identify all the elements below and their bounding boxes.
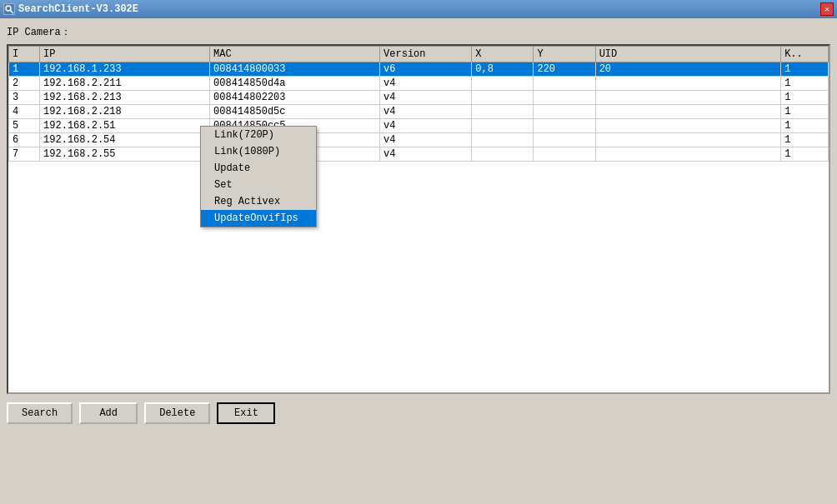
cell-ip: 192.168.2.54 <box>40 133 210 147</box>
cell-mac: 008414800033 <box>210 62 380 77</box>
context-menu-item[interactable]: Link(720P) <box>201 127 316 143</box>
cell-ip: 192.168.2.211 <box>40 77 210 91</box>
col-header-uid: UID <box>595 47 781 62</box>
cell-version: v4 <box>380 91 472 105</box>
camera-table: I IP MAC Version X Y UID K.. 1192.168.1.… <box>8 46 829 162</box>
cell-ip: 192.168.2.213 <box>40 91 210 105</box>
cell-uid <box>595 133 781 147</box>
context-menu-item[interactable]: Set <box>201 177 316 193</box>
cell-uid <box>595 77 781 91</box>
cell-k: 1 <box>781 105 829 119</box>
table-row[interactable]: 3192.168.2.213008414802203v41 <box>9 91 829 105</box>
cell-y <box>534 91 595 105</box>
camera-table-container: I IP MAC Version X Y UID K.. 1192.168.1.… <box>7 44 830 394</box>
exit-button[interactable]: Exit <box>217 402 275 424</box>
cell-x <box>472 133 534 147</box>
ip-camera-label: IP Camera： <box>7 25 830 39</box>
col-header-ip: IP <box>40 47 210 62</box>
title-bar-left: SearchClient-V3.302E <box>3 3 138 15</box>
cell-mac: 008414850d4a <box>210 77 380 91</box>
cell-index: 1 <box>9 62 40 77</box>
table-row[interactable]: 7192.168.2.55008414850de3v41 <box>9 147 829 162</box>
table-row[interactable]: 4192.168.2.218008414850d5cv41 <box>9 105 829 119</box>
cell-uid <box>595 105 781 119</box>
cell-y <box>534 119 595 133</box>
cell-index: 2 <box>9 77 40 91</box>
col-header-mac: MAC <box>210 47 380 62</box>
cell-index: 5 <box>9 119 40 133</box>
cell-version: v6 <box>380 62 472 77</box>
cell-k: 1 <box>781 77 829 91</box>
cell-uid: 20 <box>595 62 781 77</box>
col-header-x: X <box>472 47 534 62</box>
delete-button[interactable]: Delete <box>144 402 210 424</box>
cell-ip: 192.168.2.51 <box>40 119 210 133</box>
table-row[interactable]: 1192.168.1.233008414800033v60,8220201 <box>9 62 829 77</box>
cell-k: 1 <box>781 147 829 162</box>
svg-point-0 <box>6 6 11 11</box>
table-header-row: I IP MAC Version X Y UID K.. <box>9 47 829 62</box>
cell-index: 6 <box>9 133 40 147</box>
title-bar: SearchClient-V3.302E ✕ <box>0 0 837 18</box>
button-bar: Search Add Delete Exit <box>7 402 830 424</box>
cell-y <box>534 147 595 162</box>
cell-x <box>472 119 534 133</box>
table-row[interactable]: 2192.168.2.211008414850d4av41 <box>9 77 829 91</box>
context-menu-item[interactable]: Update <box>201 160 316 177</box>
cell-mac: 008414850d5c <box>210 105 380 119</box>
main-window: IP Camera： I IP MAC Version X Y UID K.. … <box>0 18 837 504</box>
cell-uid <box>595 91 781 105</box>
cell-y <box>534 133 595 147</box>
context-menu-item[interactable]: Link(1080P) <box>201 143 316 160</box>
cell-y: 220 <box>534 62 595 77</box>
cell-y <box>534 105 595 119</box>
cell-k: 1 <box>781 91 829 105</box>
cell-index: 4 <box>9 105 40 119</box>
cell-uid <box>595 147 781 162</box>
cell-y <box>534 77 595 91</box>
col-header-y: Y <box>534 47 595 62</box>
cell-k: 1 <box>781 133 829 147</box>
cell-version: v4 <box>380 119 472 133</box>
cell-ip: 192.168.2.55 <box>40 147 210 162</box>
cell-mac: 008414802203 <box>210 91 380 105</box>
cell-version: v4 <box>380 133 472 147</box>
cell-index: 7 <box>9 147 40 162</box>
table-row[interactable]: 6192.168.2.54008414850cc9v41 <box>9 133 829 147</box>
cell-version: v4 <box>380 105 472 119</box>
cell-x <box>472 105 534 119</box>
cell-x <box>472 91 534 105</box>
cell-x <box>472 147 534 162</box>
col-header-index: I <box>9 47 40 62</box>
cell-index: 3 <box>9 91 40 105</box>
add-button[interactable]: Add <box>79 402 138 424</box>
cell-k: 1 <box>781 62 829 77</box>
close-button[interactable]: ✕ <box>820 2 834 16</box>
col-header-k: K.. <box>781 47 829 62</box>
cell-version: v4 <box>380 77 472 91</box>
col-header-version: Version <box>380 47 472 62</box>
svg-line-1 <box>11 11 14 14</box>
table-row[interactable]: 5192.168.2.51008414850cc5v41 <box>9 119 829 133</box>
search-button[interactable]: Search <box>7 402 73 424</box>
context-menu: Link(720P)Link(1080P)UpdateSetReg Active… <box>200 126 317 227</box>
cell-ip: 192.168.2.218 <box>40 105 210 119</box>
cell-version: v4 <box>380 147 472 162</box>
cell-ip: 192.168.1.233 <box>40 62 210 77</box>
cell-uid <box>595 119 781 133</box>
cell-x: 0,8 <box>472 62 534 77</box>
cell-x <box>472 77 534 91</box>
context-menu-item[interactable]: Reg Activex <box>201 193 316 210</box>
cell-k: 1 <box>781 119 829 133</box>
context-menu-item[interactable]: UpdateOnvifIps <box>201 210 316 227</box>
app-icon <box>3 3 15 15</box>
window-title: SearchClient-V3.302E <box>18 3 138 15</box>
